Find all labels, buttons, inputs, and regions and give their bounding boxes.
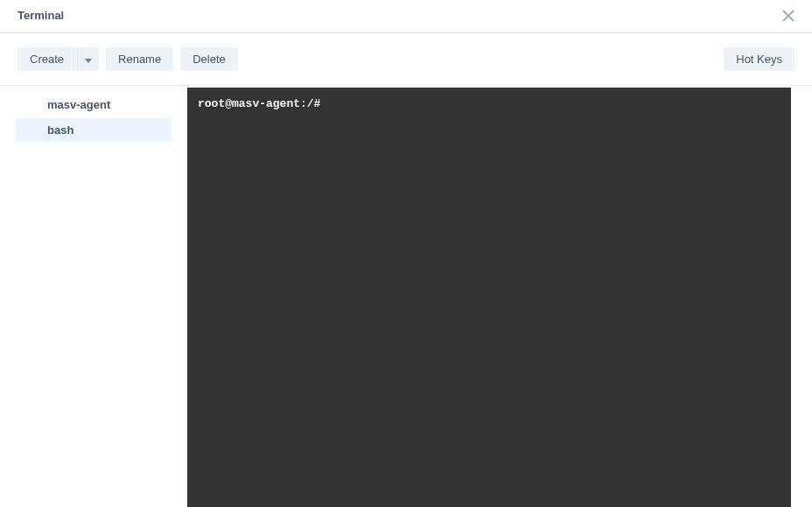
content: masv-agent bash root@masv-agent:/# <box>0 86 812 507</box>
create-dropdown-toggle[interactable] <box>77 47 99 71</box>
terminal-area: root@masv-agent:/# <box>187 88 791 507</box>
terminal-output[interactable]: root@masv-agent:/# <box>187 88 791 507</box>
toolbar-right: Hot Keys <box>724 47 794 71</box>
close-icon[interactable] <box>782 10 794 22</box>
header: Terminal <box>0 0 812 33</box>
terminal-prompt: root@masv-agent:/# <box>198 96 780 112</box>
chevron-down-icon <box>85 53 92 66</box>
toolbar-left: Create Rename Delete <box>18 47 238 71</box>
rename-button[interactable]: Rename <box>106 47 173 71</box>
session-item-masv-agent[interactable]: masv-agent <box>16 93 172 116</box>
session-list: masv-agent bash <box>0 86 187 507</box>
create-button-group: Create <box>18 47 99 71</box>
session-item-bash[interactable]: bash <box>16 118 172 142</box>
hotkeys-button[interactable]: Hot Keys <box>724 47 794 71</box>
page-title: Terminal <box>18 9 64 22</box>
create-button[interactable]: Create <box>18 47 76 71</box>
toolbar: Create Rename Delete Hot Keys <box>0 33 812 86</box>
delete-button[interactable]: Delete <box>180 47 238 71</box>
